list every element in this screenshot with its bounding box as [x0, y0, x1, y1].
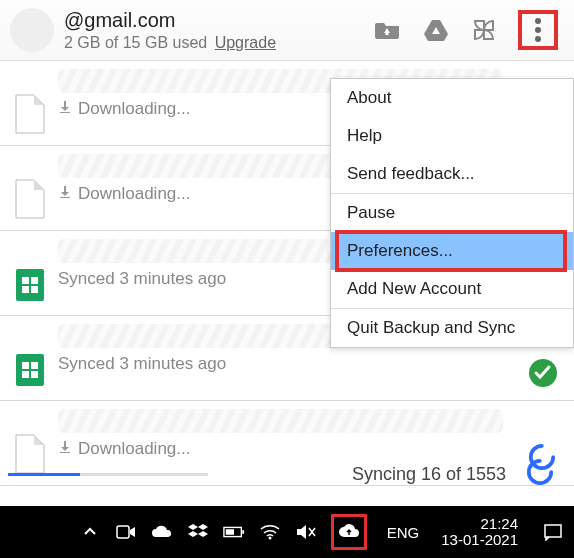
overflow-menu: About Help Send feedback... Pause Prefer…	[330, 78, 574, 348]
account-info: @gmail.com 2 GB of 15 GB used Upgrade	[64, 9, 364, 52]
svg-point-2	[535, 36, 541, 42]
download-icon	[58, 184, 72, 204]
tray-chevron-icon[interactable]	[79, 521, 101, 543]
menu-quit[interactable]: Quit Backup and Sync	[331, 309, 573, 347]
onedrive-icon[interactable]	[151, 521, 173, 543]
svg-point-0	[535, 18, 541, 24]
svg-rect-10	[117, 526, 129, 538]
file-status: Downloading...	[58, 439, 564, 459]
svg-rect-13	[242, 530, 244, 534]
storage-used-text: 2 GB of 15 GB used	[64, 34, 207, 51]
more-menu-highlight	[518, 10, 558, 50]
svg-point-9	[529, 461, 551, 483]
account-email: @gmail.com	[64, 9, 364, 32]
google-drive-icon[interactable]	[422, 16, 450, 44]
menu-about[interactable]: About	[331, 79, 573, 117]
backup-and-sync-tray-icon[interactable]	[338, 521, 360, 543]
status-text: Downloading...	[78, 439, 190, 459]
document-icon	[12, 178, 48, 220]
clock-date: 13-01-2021	[441, 532, 518, 549]
document-icon	[12, 93, 48, 135]
svg-point-14	[268, 537, 271, 540]
svg-rect-15	[545, 525, 561, 537]
sheets-icon	[12, 263, 48, 305]
storage-line: 2 GB of 15 GB used Upgrade	[64, 34, 364, 52]
volume-mute-icon[interactable]	[295, 521, 317, 543]
menu-add-new-account[interactable]: Add New Account	[331, 270, 573, 308]
menu-help[interactable]: Help	[331, 117, 573, 155]
redacted-filename	[58, 409, 503, 433]
sync-progress-fill	[8, 473, 80, 476]
battery-icon[interactable]	[223, 521, 245, 543]
menu-pause[interactable]: Pause	[331, 194, 573, 232]
clock-time: 21:24	[441, 516, 518, 533]
download-icon	[58, 99, 72, 119]
notifications-icon[interactable]	[542, 521, 564, 543]
sync-status-text: Syncing 16 of 1553	[352, 464, 506, 485]
upgrade-link[interactable]: Upgrade	[215, 34, 276, 51]
folder-drive-icon[interactable]	[374, 16, 402, 44]
sync-complete-icon	[528, 358, 558, 388]
menu-preferences[interactable]: Preferences...	[331, 232, 573, 270]
language-indicator[interactable]: ENG	[387, 524, 420, 541]
status-text: Downloading...	[78, 99, 190, 119]
status-text: Downloading...	[78, 184, 190, 204]
sync-progress-track	[8, 473, 208, 476]
windows-taskbar: ENG 21:24 13-01-2021	[0, 506, 574, 558]
status-text: Synced 3 minutes ago	[58, 269, 226, 289]
menu-preferences-label: Preferences...	[347, 241, 453, 260]
header-icons	[374, 10, 564, 50]
sync-status-bar: Syncing 16 of 1553	[8, 458, 554, 491]
more-vert-icon[interactable]	[524, 16, 552, 44]
download-icon	[58, 439, 72, 459]
system-clock[interactable]: 21:24 13-01-2021	[441, 516, 518, 549]
svg-rect-12	[226, 529, 234, 535]
file-body: Downloading...	[58, 409, 564, 459]
avatar[interactable]	[10, 8, 54, 52]
dropbox-icon[interactable]	[187, 521, 209, 543]
file-status: Synced 3 minutes ago	[58, 354, 564, 374]
status-text: Synced 3 minutes ago	[58, 354, 226, 374]
account-header: @gmail.com 2 GB of 15 GB used Upgrade	[0, 0, 574, 61]
menu-send-feedback[interactable]: Send feedback...	[331, 155, 573, 193]
backup-sync-tray-highlight	[331, 514, 367, 550]
wifi-icon[interactable]	[259, 521, 281, 543]
meet-now-icon[interactable]	[115, 521, 137, 543]
sync-progress-spinner-icon	[526, 458, 554, 491]
sheets-icon	[12, 348, 48, 390]
svg-point-1	[535, 27, 541, 33]
google-photos-pinwheel-icon[interactable]	[470, 16, 498, 44]
